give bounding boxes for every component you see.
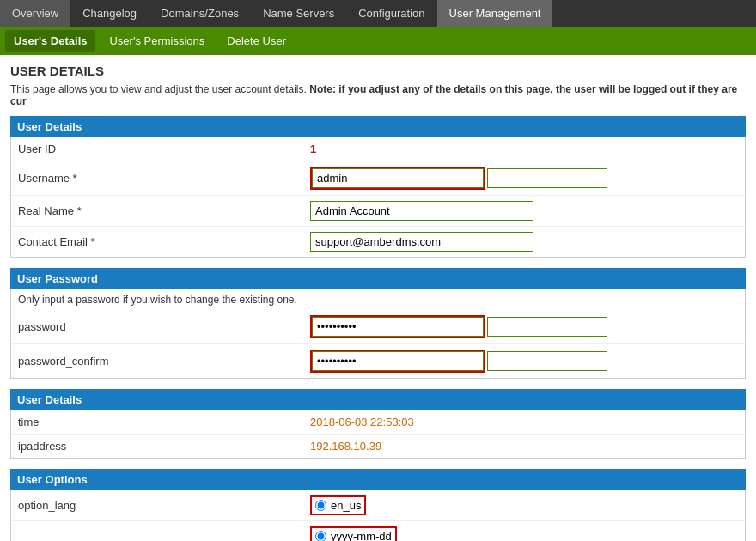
top-nav: Overview Changelog Domains/Zones Name Se… <box>0 0 756 27</box>
user-password-section: User Password Only input a password if y… <box>10 268 746 379</box>
password-note: Only input a password if you wish to cha… <box>11 289 745 310</box>
userid-row: User ID 1 <box>11 137 745 161</box>
option-lang-wrapper: en_us <box>310 495 366 515</box>
password-confirm-input-wrapper <box>310 350 485 373</box>
user-password-header: User Password <box>10 268 746 289</box>
time-value: 2018-06-03 22:53:03 <box>310 416 414 429</box>
option-dateformat-row: option_dateformat yyyy-mm-dd mm-dd-yyyy <box>11 521 745 541</box>
password-confirm-row: password_confirm <box>11 344 745 378</box>
page-description: This page allows you to view and adjust … <box>10 83 746 107</box>
email-label: Contact Email * <box>18 235 310 248</box>
nav-domains[interactable]: Domains/Zones <box>149 0 251 27</box>
page-content: USER DETAILS This page allows you to vie… <box>0 55 756 541</box>
userid-value: 1 <box>310 143 316 155</box>
password-confirm-input-extra[interactable] <box>487 351 607 371</box>
user-details-extra-body: time 2018-06-03 22:53:03 ipaddress 192.1… <box>10 410 746 459</box>
page-desc-text: This page allows you to view and adjust … <box>10 83 307 95</box>
nav-configuration[interactable]: Configuration <box>346 0 436 27</box>
username-input[interactable] <box>312 168 484 188</box>
user-details-extra-section: User Details time 2018-06-03 22:53:03 ip… <box>10 389 746 459</box>
password-input[interactable] <box>312 317 484 337</box>
user-details-extra-header: User Details <box>10 389 746 410</box>
time-label: time <box>18 416 310 429</box>
user-options-body: option_lang en_us option_dateformat yyyy… <box>10 490 746 541</box>
ip-label: ipaddress <box>18 440 310 453</box>
nav-nameservers[interactable]: Name Servers <box>251 0 346 27</box>
username-label: Username * <box>18 172 310 185</box>
realname-input[interactable] <box>310 201 533 221</box>
username-input-wrapper <box>310 167 485 190</box>
user-password-body: Only input a password if you wish to cha… <box>10 289 746 379</box>
radio-en_us[interactable] <box>315 500 326 511</box>
subnav-users-permissions[interactable]: User's Permissions <box>101 30 213 52</box>
option-lang-label: option_lang <box>18 499 310 512</box>
radio-yyyy-mm-dd[interactable] <box>315 531 326 541</box>
sub-nav: User's Details User's Permissions Delete… <box>0 27 756 55</box>
password-input-wrapper <box>310 315 485 338</box>
radio-yyyy-mm-dd-item: yyyy-mm-dd <box>315 530 392 541</box>
password-confirm-input[interactable] <box>312 351 484 371</box>
option-lang-en_us: en_us <box>315 499 361 512</box>
time-row: time 2018-06-03 22:53:03 <box>11 410 745 435</box>
user-details-body: User ID 1 Username * Real Name * Contact… <box>10 137 746 258</box>
realname-label: Real Name * <box>18 204 310 217</box>
password-label: password <box>18 320 310 333</box>
radio-yyyy-mm-dd-label: yyyy-mm-dd <box>331 530 392 541</box>
option-dateformat-group: yyyy-mm-dd mm-dd-yyyy dd-mm-yyyy <box>310 526 397 541</box>
username-input-extra[interactable] <box>487 168 607 188</box>
page-title: USER DETAILS <box>10 64 746 78</box>
nav-changelog[interactable]: Changelog <box>70 0 149 27</box>
nav-overview[interactable]: Overview <box>0 0 70 27</box>
user-details-section: User Details User ID 1 Username * Real N… <box>10 116 746 258</box>
password-confirm-label: password_confirm <box>18 355 310 368</box>
radio-en_us-label: en_us <box>331 499 361 512</box>
password-input-extra[interactable] <box>487 317 607 337</box>
username-row: Username * <box>11 161 745 196</box>
userid-label: User ID <box>18 143 310 155</box>
subnav-delete-user[interactable]: Delete User <box>218 30 295 52</box>
option-lang-row: option_lang en_us <box>11 490 745 521</box>
email-input[interactable] <box>310 232 533 252</box>
realname-row: Real Name * <box>11 196 745 227</box>
email-row: Contact Email * <box>11 227 745 257</box>
password-row: password <box>11 310 745 344</box>
nav-usermanagement[interactable]: User Management <box>437 0 553 27</box>
user-options-header: User Options <box>10 469 746 490</box>
ip-value: 192.168.10.39 <box>310 440 381 453</box>
ip-row: ipaddress 192.168.10.39 <box>11 435 745 458</box>
dateformat-selected-wrapper: yyyy-mm-dd <box>310 526 397 541</box>
user-details-header: User Details <box>10 116 746 137</box>
user-options-section: User Options option_lang en_us option_da… <box>10 469 746 541</box>
subnav-users-details[interactable]: User's Details <box>5 30 95 52</box>
